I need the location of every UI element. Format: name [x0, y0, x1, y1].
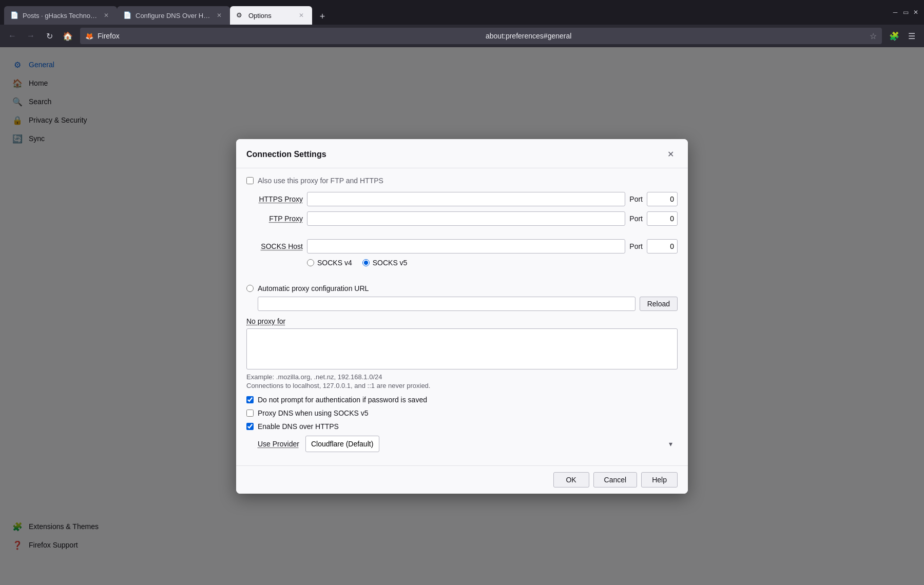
home-button[interactable]: 🏠 — [60, 28, 76, 44]
tab-3-favicon: ⚙ — [236, 11, 244, 20]
dialog-body[interactable]: Also use this proxy for FTP and HTTPS HT… — [236, 168, 688, 465]
auto-proxy-url-input[interactable] — [258, 297, 636, 311]
reload-button[interactable]: ↻ — [41, 28, 57, 44]
https-proxy-input[interactable] — [307, 192, 625, 206]
ftp-proxy-input[interactable] — [307, 211, 625, 226]
auto-proxy-text: Automatic proxy configuration URL — [258, 284, 369, 292]
dialog-title: Connection Settings — [246, 150, 326, 159]
address-bar[interactable]: 🦊 Firefox about:preferences#general ☆ — [80, 28, 882, 44]
tab-1-favicon: 📄 — [10, 11, 18, 20]
also-use-proxy-label: Also use this proxy for FTP and HTTPS — [258, 177, 383, 185]
dialog-footer: OK Cancel Help — [236, 465, 688, 494]
no-prompt-auth-label: Do not prompt for authentication if pass… — [258, 396, 427, 404]
no-prompt-auth-row[interactable]: Do not prompt for authentication if pass… — [246, 396, 678, 404]
content-area: ⚙ General 🏠 Home 🔍 Search 🔒 Privacy & Se… — [0, 47, 924, 585]
tab-2-close[interactable]: ✕ — [215, 11, 224, 20]
new-tab-button[interactable]: + — [314, 8, 331, 25]
connection-settings-dialog: Connection Settings ✕ Also use this prox… — [236, 139, 688, 494]
auto-proxy-input-row: Reload — [258, 297, 678, 311]
extensions-button[interactable]: 🧩 — [886, 28, 902, 44]
socks-v4-option[interactable]: SOCKS v4 — [307, 259, 352, 267]
toolbar-right: 🧩 ☰ — [886, 28, 920, 44]
https-port-input[interactable] — [647, 192, 678, 206]
tab-1-title: Posts · gHacks Technology New... — [23, 12, 98, 20]
tab-2-favicon: 📄 — [123, 11, 131, 20]
localhost-text: Connections to localhost, 127.0.0.1, and… — [246, 382, 678, 389]
use-provider-row: Use Provider Cloudflare (Default) NextDN… — [258, 436, 678, 452]
socks-v5-option[interactable]: SOCKS v5 — [362, 259, 408, 267]
no-prompt-auth-checkbox[interactable] — [246, 396, 254, 403]
firefox-icon: 🦊 — [85, 32, 93, 40]
provider-select-wrapper: Cloudflare (Default) NextDNS Custom — [305, 436, 678, 452]
socks-version-group: SOCKS v4 SOCKS v5 — [307, 259, 678, 267]
socks-host-row: SOCKS Host Port — [246, 239, 678, 254]
proxy-dns-row[interactable]: Proxy DNS when using SOCKS v5 — [246, 409, 678, 417]
tab-3-close[interactable]: ✕ — [297, 11, 306, 20]
socks-v5-label: SOCKS v5 — [373, 259, 408, 267]
help-button[interactable]: Help — [641, 472, 678, 488]
ftp-port-input[interactable] — [647, 211, 678, 226]
tab-1[interactable]: 📄 Posts · gHacks Technology New... ✕ — [4, 6, 117, 25]
no-proxy-textarea[interactable] — [246, 328, 678, 369]
also-use-proxy-row: Also use this proxy for FTP and HTTPS — [246, 177, 678, 185]
address-text: about:preferences#general — [486, 32, 865, 40]
ftp-proxy-row: FTP Proxy Port — [246, 211, 678, 226]
also-use-proxy-checkbox[interactable] — [246, 177, 254, 184]
maximize-button[interactable]: ▭ — [901, 8, 910, 16]
auto-proxy-section: Automatic proxy configuration URL Reload — [246, 284, 678, 311]
socks-port-label: Port — [629, 242, 643, 250]
ftp-port-label: Port — [629, 215, 643, 223]
no-proxy-section: No proxy for Example: .mozilla.org, .net… — [246, 317, 678, 389]
provider-select[interactable]: Cloudflare (Default) NextDNS Custom — [305, 436, 379, 452]
socks-v4-label: SOCKS v4 — [317, 259, 352, 267]
enable-dns-https-label: Enable DNS over HTTPS — [258, 422, 339, 431]
title-bar: 📄 Posts · gHacks Technology New... ✕ 📄 C… — [0, 0, 924, 25]
close-button[interactable]: ✕ — [912, 8, 920, 16]
browser-label: Firefox — [98, 32, 477, 40]
tab-3-title: Options — [248, 12, 293, 20]
ftp-proxy-label: FTP Proxy — [246, 215, 303, 223]
bookmark-icon[interactable]: ☆ — [870, 31, 877, 41]
https-proxy-label: HTTPS Proxy — [246, 195, 303, 203]
https-port-label: Port — [629, 195, 643, 203]
tabs-container: 📄 Posts · gHacks Technology New... ✕ 📄 C… — [4, 0, 885, 25]
forward-button[interactable]: → — [23, 28, 39, 44]
socks-v5-radio[interactable] — [362, 259, 370, 266]
back-button[interactable]: ← — [4, 28, 21, 44]
browser-frame: 📄 Posts · gHacks Technology New... ✕ 📄 C… — [0, 0, 924, 585]
example-text: Example: .mozilla.org, .net.nz, 192.168.… — [246, 373, 678, 381]
proxy-dns-label: Proxy DNS when using SOCKS v5 — [258, 409, 369, 417]
socks-v4-radio[interactable] — [307, 259, 314, 266]
tab-1-close[interactable]: ✕ — [102, 11, 111, 20]
minimize-button[interactable]: ─ — [891, 8, 899, 16]
socks-port-input[interactable] — [647, 239, 678, 254]
socks-host-input[interactable] — [307, 239, 625, 254]
dialog-close-button[interactable]: ✕ — [663, 147, 678, 162]
ok-button[interactable]: OK — [553, 472, 589, 488]
dialog-header: Connection Settings ✕ — [236, 139, 688, 168]
cancel-button[interactable]: Cancel — [593, 472, 638, 488]
socks-host-label: SOCKS Host — [246, 242, 303, 250]
tab-2[interactable]: 📄 Configure DNS Over HTTPS in... ✕ — [117, 6, 230, 25]
auto-proxy-label[interactable]: Automatic proxy configuration URL — [246, 284, 678, 292]
proxy-dns-checkbox[interactable] — [246, 410, 254, 417]
tab-2-title: Configure DNS Over HTTPS in... — [136, 12, 210, 20]
enable-dns-https-row[interactable]: Enable DNS over HTTPS — [246, 422, 678, 431]
menu-button[interactable]: ☰ — [903, 28, 920, 44]
toolbar: ← → ↻ 🏠 🦊 Firefox about:preferences#gene… — [0, 25, 924, 47]
use-provider-label: Use Provider — [258, 440, 299, 448]
enable-dns-https-checkbox[interactable] — [246, 423, 254, 430]
window-controls: ─ ▭ ✕ — [891, 8, 920, 16]
reload-button[interactable]: Reload — [640, 297, 678, 311]
auto-proxy-radio[interactable] — [246, 285, 254, 292]
modal-overlay: Connection Settings ✕ Also use this prox… — [0, 47, 924, 585]
tab-3[interactable]: ⚙ Options ✕ — [230, 6, 312, 25]
no-proxy-title: No proxy for — [246, 317, 678, 325]
https-proxy-row: HTTPS Proxy Port — [246, 192, 678, 206]
